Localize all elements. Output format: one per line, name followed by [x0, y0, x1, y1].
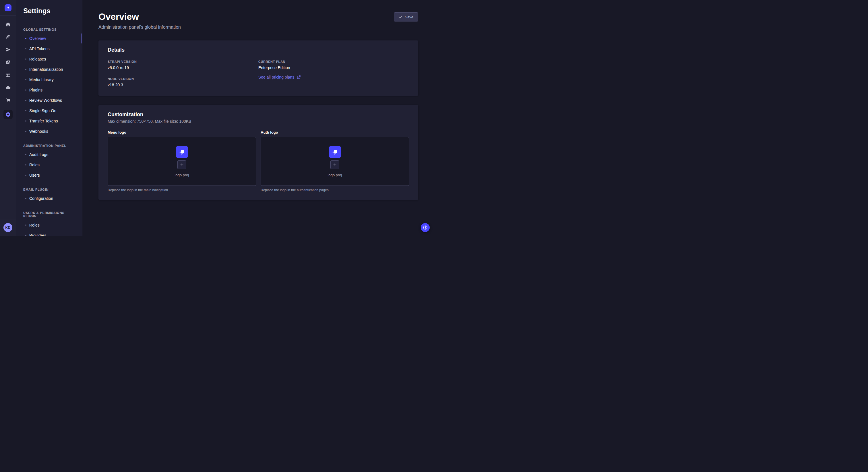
- settings-subnav: Settings GLOBAL SETTINGSOverviewAPI Toke…: [16, 0, 82, 236]
- help-button[interactable]: [421, 223, 430, 232]
- upload-caption: Replace the logo in the authentication p…: [260, 188, 409, 192]
- subnav-title: Settings: [16, 7, 82, 15]
- save-button-label: Save: [405, 15, 413, 19]
- check-icon: [399, 15, 402, 19]
- strapi-version-field: STRAPI VERSION v5.0.0-rc.19: [107, 60, 258, 70]
- logo-uploads-row: Menu logo logo.png: [107, 130, 409, 192]
- auth-logo-dropzone[interactable]: logo.png: [260, 137, 409, 186]
- home-icon[interactable]: [5, 22, 11, 27]
- current-plan-field: CURRENT PLAN Enterprise Edition: [258, 60, 409, 70]
- add-logo-button[interactable]: [330, 160, 339, 169]
- strapi-logo-icon[interactable]: [5, 4, 11, 11]
- subnav-item-roles[interactable]: Roles: [16, 220, 82, 230]
- subnav-item-review-workflows[interactable]: Review Workflows: [16, 95, 82, 105]
- subnav-item-api-tokens[interactable]: API Tokens: [16, 43, 82, 54]
- upload-label: Auth logo: [260, 130, 409, 134]
- subnav-item-plugins[interactable]: Plugins: [16, 85, 82, 95]
- subnav-item-releases[interactable]: Releases: [16, 54, 82, 64]
- subnav-item-media-library[interactable]: Media Library: [16, 74, 82, 85]
- feather-icon[interactable]: [5, 34, 11, 40]
- bullet-icon: [25, 235, 26, 236]
- field-value: v18.20.3: [107, 82, 258, 87]
- customization-constraints: Max dimension: 750×750, Max file size: 1…: [107, 119, 409, 124]
- subnav-item-users[interactable]: Users: [16, 170, 82, 180]
- subnav-item-label: Roles: [29, 223, 40, 227]
- bullet-icon: [25, 100, 26, 101]
- subnav-item-configuration[interactable]: Configuration: [16, 193, 82, 204]
- customization-card: Customization Max dimension: 750×750, Ma…: [98, 105, 418, 200]
- subnav-item-label: Webhooks: [29, 129, 48, 134]
- bullet-icon: [25, 110, 26, 111]
- field-label: NODE VERSION: [107, 77, 258, 80]
- cloud-icon[interactable]: [5, 85, 11, 90]
- subnav-item-label: Internationalization: [29, 67, 63, 72]
- subnav-item-single-sign-on[interactable]: Single Sign-On: [16, 105, 82, 116]
- rail-divider: [0, 15, 16, 16]
- subnav-item-label: API Tokens: [29, 46, 50, 51]
- section-header: GLOBAL SETTINGS: [16, 28, 82, 31]
- add-logo-button[interactable]: [177, 160, 186, 169]
- subnav-item-providers[interactable]: Providers: [16, 230, 82, 236]
- subnav-item-audit-logs[interactable]: Audit Logs: [16, 149, 82, 160]
- gear-icon-active-tile[interactable]: [3, 110, 12, 119]
- details-card-title: Details: [107, 47, 409, 53]
- logo-filename: logo.png: [328, 173, 342, 177]
- bullet-icon: [25, 175, 26, 176]
- upload-label: Menu logo: [107, 130, 256, 134]
- subnav-item-label: Users: [29, 173, 40, 177]
- page-subtitle: Administration panel’s global informatio…: [98, 25, 181, 30]
- details-left-column: STRAPI VERSION v5.0.0-rc.19 NODE VERSION…: [107, 60, 258, 87]
- subnav-item-overview[interactable]: Overview: [16, 33, 82, 43]
- subnav-item-label: Transfer Tokens: [29, 119, 58, 123]
- cart-icon[interactable]: [5, 97, 11, 103]
- page-header-text: Overview Administration panel’s global i…: [98, 11, 181, 30]
- app-window: KD Settings GLOBAL SETTINGSOverviewAPI T…: [0, 0, 434, 236]
- field-value: v5.0.0-rc.19: [107, 65, 258, 70]
- details-right-column: CURRENT PLAN Enterprise Edition See all …: [258, 60, 409, 87]
- subnav-sections: GLOBAL SETTINGSOverviewAPI TokensRelease…: [16, 28, 82, 236]
- plus-icon: [180, 163, 184, 167]
- details-grid: STRAPI VERSION v5.0.0-rc.19 NODE VERSION…: [107, 60, 409, 87]
- save-button[interactable]: Save: [394, 12, 418, 22]
- question-mark-icon: [423, 225, 428, 230]
- strapi-logo-preview-icon: [176, 146, 188, 158]
- strapi-logo-preview-icon: [329, 146, 341, 158]
- bullet-icon: [25, 198, 26, 199]
- rail-divider: [0, 219, 16, 220]
- customization-card-title: Customization: [107, 111, 409, 117]
- subnav-item-label: Single Sign-On: [29, 108, 56, 113]
- icon-rail: KD: [0, 0, 16, 236]
- subnav-item-label: Releases: [29, 57, 46, 61]
- subnav-item-label: Roles: [29, 163, 40, 167]
- node-version-field: NODE VERSION v18.20.3: [107, 77, 258, 87]
- field-label: CURRENT PLAN: [258, 60, 409, 63]
- user-avatar[interactable]: KD: [3, 223, 12, 232]
- plus-icon: [333, 163, 337, 167]
- media-library-icon[interactable]: [5, 59, 11, 65]
- subnav-item-webhooks[interactable]: Webhooks: [16, 126, 82, 136]
- details-card: Details STRAPI VERSION v5.0.0-rc.19 NODE…: [98, 40, 418, 96]
- field-label: STRAPI VERSION: [107, 60, 258, 63]
- bullet-icon: [25, 90, 26, 91]
- auth-logo-upload: Auth logo logo.png: [260, 130, 409, 192]
- subnav-item-internationalization[interactable]: Internationalization: [16, 64, 82, 74]
- pricing-plans-link-label: See all pricing plans: [258, 75, 294, 79]
- bullet-icon: [25, 131, 26, 132]
- subnav-title-divider: [23, 20, 30, 20]
- subnav-item-transfer-tokens[interactable]: Transfer Tokens: [16, 116, 82, 126]
- pricing-plans-link[interactable]: See all pricing plans: [258, 75, 301, 79]
- section-header: USERS & PERMISSIONS PLUGIN: [16, 211, 82, 218]
- section-header: EMAIL PLUGIN: [16, 188, 82, 191]
- page-title: Overview: [98, 11, 181, 22]
- bullet-icon: [25, 79, 26, 80]
- bullet-icon: [25, 48, 26, 49]
- subnav-item-roles[interactable]: Roles: [16, 160, 82, 170]
- paper-plane-icon[interactable]: [5, 47, 11, 53]
- bullet-icon: [25, 38, 26, 39]
- menu-logo-upload: Menu logo logo.png: [107, 130, 256, 192]
- layout-icon[interactable]: [5, 72, 11, 78]
- bullet-icon: [25, 69, 26, 70]
- subnav-item-label: Audit Logs: [29, 152, 48, 157]
- menu-logo-dropzone[interactable]: logo.png: [107, 137, 256, 186]
- field-value: Enterprise Edition: [258, 65, 409, 70]
